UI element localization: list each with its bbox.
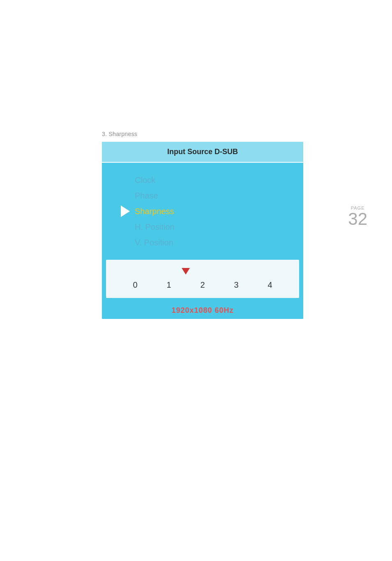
menu-item-hposition[interactable]: H. Position xyxy=(135,221,303,233)
menu-item-sharpness[interactable]: Sharpness xyxy=(135,205,303,217)
page-label: PAGE 32 xyxy=(348,205,367,228)
slider-track[interactable]: 0 1 2 3 4 xyxy=(118,268,287,290)
menu-item-clock[interactable]: Clock xyxy=(135,174,303,186)
page-number: 32 xyxy=(348,209,367,229)
slider-tick-0: 0 xyxy=(133,280,137,290)
resolution-bar: 1920x1080 60Hz xyxy=(102,302,303,319)
slider-tick-2: 2 xyxy=(200,280,205,290)
section-label: 3. Sharpness xyxy=(102,131,137,137)
menu-item-phase[interactable]: Phase xyxy=(135,190,303,201)
slider-tick-3: 3 xyxy=(234,280,238,290)
osd-header-text: Input Source D-SUB xyxy=(167,148,238,156)
osd-menu: Clock Phase Sharpness H. Position V. Pos… xyxy=(102,163,303,260)
selector-arrow-icon xyxy=(121,205,130,217)
slider-section: 0 1 2 3 4 xyxy=(106,260,299,298)
slider-tick-1: 1 xyxy=(166,280,171,290)
slider-tick-4: 4 xyxy=(267,280,272,290)
menu-item-vposition[interactable]: V. Position xyxy=(135,237,303,248)
osd-panel: Input Source D-SUB Clock Phase Sharpness… xyxy=(102,142,303,319)
osd-header: Input Source D-SUB xyxy=(102,142,303,163)
resolution-text: 1920x1080 60Hz xyxy=(171,306,233,314)
slider-indicator-icon xyxy=(182,268,190,275)
